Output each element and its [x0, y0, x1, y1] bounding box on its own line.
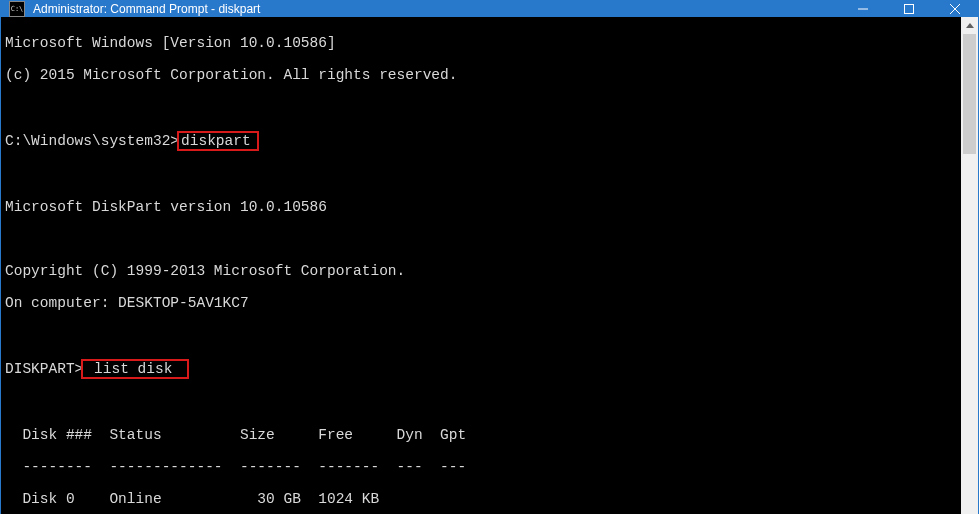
output-line — [5, 231, 957, 247]
scroll-up-button[interactable] — [961, 17, 978, 34]
scroll-thumb[interactable] — [963, 34, 976, 154]
prompt-line: DISKPART> list disk — [5, 359, 957, 379]
output-line — [5, 167, 957, 183]
output-line: (c) 2015 Microsoft Corporation. All righ… — [5, 67, 957, 83]
output-line: Microsoft Windows [Version 10.0.10586] — [5, 35, 957, 51]
vertical-scrollbar[interactable] — [961, 17, 978, 514]
prompt-prefix: DISKPART> — [5, 361, 83, 377]
window-controls — [840, 1, 978, 17]
scroll-track[interactable] — [961, 34, 978, 514]
prompt-line: C:\Windows\system32>diskpart — [5, 131, 957, 151]
svg-rect-1 — [905, 5, 914, 14]
prompt-prefix: C:\Windows\system32> — [5, 133, 179, 149]
minimize-button[interactable] — [840, 1, 886, 17]
cmd-icon: C:\ — [9, 1, 25, 17]
window-body: Microsoft Windows [Version 10.0.10586] (… — [1, 17, 978, 514]
highlighted-command: list disk — [81, 359, 189, 379]
cmd-window: C:\ Administrator: Command Prompt - disk… — [0, 0, 979, 514]
output-line — [5, 327, 957, 343]
highlighted-command: diskpart — [177, 131, 259, 151]
table-row: Disk 0 Online 30 GB 1024 KB — [5, 491, 957, 507]
terminal-output[interactable]: Microsoft Windows [Version 10.0.10586] (… — [1, 17, 961, 514]
maximize-button[interactable] — [886, 1, 932, 17]
window-title: Administrator: Command Prompt - diskpart — [33, 2, 840, 16]
close-button[interactable] — [932, 1, 978, 17]
output-line — [5, 395, 957, 411]
table-header: Disk ### Status Size Free Dyn Gpt — [5, 427, 957, 443]
table-separator: -------- ------------- ------- ------- -… — [5, 459, 957, 475]
output-line — [5, 99, 957, 115]
svg-marker-4 — [966, 23, 974, 28]
titlebar[interactable]: C:\ Administrator: Command Prompt - disk… — [1, 1, 978, 17]
output-line: Copyright (C) 1999-2013 Microsoft Corpor… — [5, 263, 957, 279]
output-line: Microsoft DiskPart version 10.0.10586 — [5, 199, 957, 215]
output-line: On computer: DESKTOP-5AV1KC7 — [5, 295, 957, 311]
